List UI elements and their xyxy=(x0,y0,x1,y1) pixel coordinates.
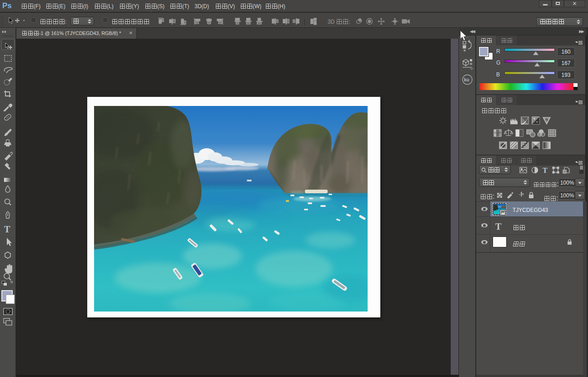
svg-text:T: T xyxy=(4,224,10,234)
svg-text:ku: ku xyxy=(464,77,469,82)
svg-text:T: T xyxy=(543,166,548,174)
